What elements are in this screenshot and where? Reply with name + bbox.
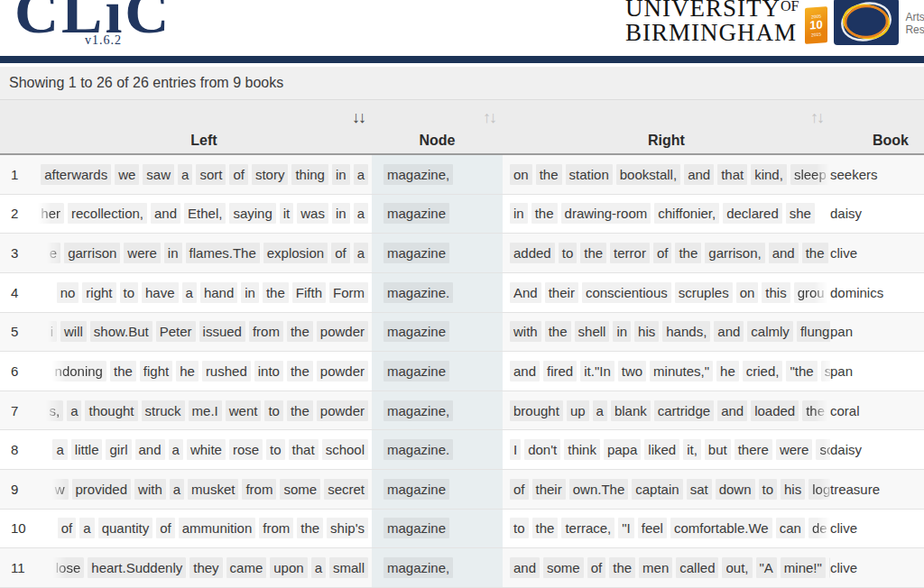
token: calmly [747, 321, 793, 342]
anniversary-badge-icon: 2005 10 2015 [805, 6, 827, 44]
book-name: clive [830, 234, 924, 272]
token: Ethel, [184, 203, 226, 224]
token: and [714, 321, 744, 342]
token: the [263, 282, 289, 303]
table-row[interactable]: 11loseheart.Suddenlytheycameuponasmallma… [0, 548, 924, 588]
sort-desc-icon[interactable]: ↓↓ [36, 106, 372, 132]
node-cell: magazine [372, 352, 503, 390]
token: in [241, 282, 259, 303]
token: of [229, 164, 248, 185]
table-row[interactable]: 8alittlegirlandawhiterosetothatschoolmag… [0, 430, 924, 470]
column-label-book[interactable]: Book [830, 132, 924, 153]
table-row[interactable]: 1afterwardswesawasortofstorythinginamaga… [0, 155, 924, 195]
node-token: magazine [383, 243, 449, 263]
table-row[interactable]: 3egarrisonwereinflames.Theexplosionofama… [0, 234, 924, 273]
token: from [249, 321, 283, 342]
node-cell: magazine [372, 313, 503, 352]
token: story [252, 164, 289, 185]
table-row[interactable]: 10ofaquantityofammunitionfromtheship'sma… [0, 510, 924, 549]
token: were [124, 243, 161, 263]
right-context-cell: Andtheirconscientiousscruplesonthisgrou [503, 273, 830, 312]
token: ammunition [179, 518, 256, 538]
table-row[interactable]: 4norighttohaveahandintheFifthFormmagazin… [0, 273, 924, 313]
node-token: magazine [383, 361, 449, 381]
column-header-book[interactable]: Book [830, 106, 924, 153]
table-row[interactable]: 6ndoningthefightherushedintothepowdermag… [0, 352, 924, 391]
node-cell: magazine [372, 234, 503, 272]
token: a [170, 479, 184, 500]
table-row[interactable]: 2herrecollection,andEthel,sayingitwasina… [0, 195, 924, 234]
token: quantity [98, 518, 153, 538]
book-name: treasure [830, 470, 924, 509]
right-context-cell: oftheirown.Thecaptainsatdowntohislog [503, 470, 830, 509]
token: of [331, 243, 350, 263]
token: out, [722, 557, 752, 578]
token: Fifth [292, 282, 326, 303]
ahrc-caption-line1: Arts [905, 11, 924, 23]
sort-icon[interactable]: ↑↓ [372, 106, 503, 132]
token: the [545, 321, 571, 342]
token: liked [644, 439, 679, 460]
token: called [676, 557, 718, 578]
token: it [280, 203, 294, 224]
column-label-left[interactable]: Left [36, 132, 372, 153]
node-cell: magazine, [372, 155, 503, 194]
token: her [37, 203, 64, 224]
token: it, [683, 439, 701, 460]
token: in [510, 203, 528, 224]
token: rushed [202, 361, 251, 381]
token: heart.Suddenly [88, 557, 186, 578]
column-header-left[interactable]: ↓↓ Left [36, 106, 372, 153]
node-cell: magazine [372, 195, 503, 234]
right-context-cell: andsomeofthemencalledout,"Amine!"S [503, 548, 830, 587]
token: in [164, 243, 182, 263]
token: shell [575, 321, 610, 342]
token: with [134, 479, 166, 500]
row-number: 6 [0, 352, 36, 390]
token: bookstall, [616, 164, 680, 185]
sort-icon[interactable]: ↑↓ [503, 106, 830, 132]
token: chiffonier, [654, 203, 719, 224]
token: with [510, 321, 541, 342]
row-number: 2 [0, 195, 36, 234]
node-token: magazine. [383, 282, 453, 303]
column-label-right[interactable]: Right [503, 132, 830, 153]
row-number: 5 [0, 313, 36, 352]
token: of [653, 243, 672, 263]
table-row[interactable]: 9wprovidedwithamusketfromsomesecretmagaz… [0, 470, 924, 510]
token: station [566, 164, 613, 185]
token: the [536, 164, 562, 185]
row-number: 7 [0, 391, 36, 430]
token: terror [610, 243, 650, 263]
token: sleep [790, 164, 830, 185]
token: "I [618, 518, 634, 538]
token: loaded [751, 400, 799, 421]
node-cell: magazine. [372, 430, 503, 469]
column-header-number [0, 106, 36, 153]
token: provided [72, 479, 132, 500]
column-header-node[interactable]: ↑↓ Node [372, 106, 503, 153]
table-row[interactable]: 7s,athoughtstruckme.Iwenttothepowdermaga… [0, 391, 924, 431]
token: the [532, 518, 559, 538]
token: lose [52, 557, 85, 578]
token: e [46, 243, 60, 263]
token: thing [291, 164, 328, 185]
token: the [287, 400, 313, 421]
token: mine!" [781, 557, 826, 578]
token: papa [604, 439, 641, 460]
node-token: magazine [383, 479, 449, 500]
token: his [781, 479, 805, 500]
column-label-node[interactable]: Node [372, 132, 503, 153]
column-header-right[interactable]: ↑↓ Right [503, 106, 830, 153]
token: hands, [662, 321, 710, 342]
token: a [354, 164, 368, 185]
token: from [259, 518, 293, 538]
token: and [684, 164, 714, 185]
ahrc-caption-line2: Rese [905, 23, 924, 36]
token: Peter [156, 321, 196, 342]
token: and [717, 400, 747, 421]
token: was [297, 203, 328, 224]
token: he [176, 361, 199, 381]
table-row[interactable]: 5iwillshow.ButPeterissuedfromthepowderma… [0, 313, 924, 353]
token: and [510, 557, 540, 578]
